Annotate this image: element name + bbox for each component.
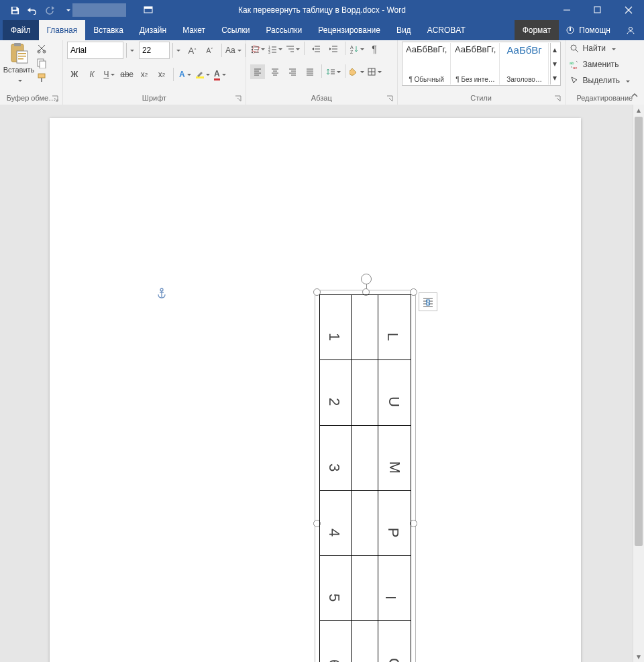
line-spacing-icon[interactable] (326, 64, 341, 79)
textbox-selection[interactable]: 1L 2U 3M 4P 5I 6C 7S (317, 292, 413, 662)
select-button[interactable]: Выделить (570, 74, 630, 87)
strikethrough-icon[interactable]: abc (119, 67, 134, 82)
vertical-scrollbar[interactable]: ▴ ▾ (633, 105, 644, 662)
styles-gallery[interactable]: АаБбВвГг, ¶ Обычный АаБбВвГг, ¶ Без инте… (402, 42, 561, 86)
bullets-icon[interactable] (250, 42, 265, 56)
paste-button[interactable]: Вставить (4, 42, 34, 85)
share-button[interactable] (617, 20, 644, 40)
tab-file[interactable]: Файл (3, 20, 39, 40)
svg-rect-3 (144, 7, 152, 9)
bold-icon[interactable]: Ж (67, 67, 82, 82)
superscript-icon[interactable]: x2 (154, 67, 169, 82)
undo-icon[interactable] (27, 5, 38, 15)
svg-rect-12 (18, 53, 26, 54)
increase-indent-icon[interactable] (326, 42, 341, 56)
group-clipboard-label: Буфер обме… (7, 94, 56, 102)
font-color-icon[interactable]: A (213, 67, 227, 82)
font-name-input[interactable] (67, 42, 123, 59)
gallery-scroll[interactable]: ▴ ▾ ▾ (550, 43, 559, 85)
dialog-launcher-icon[interactable] (386, 95, 394, 103)
redo-icon[interactable] (44, 5, 55, 15)
highlight-icon[interactable] (195, 67, 210, 82)
svg-text:A: A (350, 45, 354, 50)
save-icon[interactable] (9, 5, 20, 15)
svg-text:ab: ab (570, 61, 574, 65)
maximize-button[interactable] (582, 0, 613, 20)
justify-icon[interactable] (303, 64, 317, 79)
chevron-up-icon[interactable]: ▴ (550, 43, 559, 57)
shrink-font-icon[interactable]: A˅ (203, 43, 217, 58)
paste-label: Вставить (3, 66, 35, 74)
tab-insert[interactable]: Вставка (85, 20, 131, 40)
change-case-icon[interactable]: Aa (226, 43, 241, 58)
svg-text:Z: Z (350, 50, 354, 54)
qat-more-icon[interactable] (62, 5, 72, 15)
style-sample: АаБбВг (506, 44, 541, 56)
style-heading1[interactable]: АаБбВг Заголово… (501, 43, 549, 85)
dialog-launcher-icon[interactable] (554, 95, 562, 103)
show-marks-icon[interactable]: ¶ (367, 42, 382, 56)
cut-icon[interactable] (36, 43, 47, 54)
tab-view[interactable]: Вид (388, 20, 419, 40)
style-no-spacing[interactable]: АаБбВвГг, ¶ Без инте… (452, 43, 500, 85)
svg-rect-19 (38, 74, 45, 78)
find-button[interactable]: Найти (570, 42, 630, 55)
scroll-down-icon[interactable]: ▾ (633, 651, 644, 662)
account-box[interactable] (72, 3, 126, 17)
tell-me[interactable]: Помощн (559, 20, 617, 40)
numbering-icon[interactable]: 123 (268, 42, 282, 56)
scroll-up-icon[interactable]: ▴ (633, 105, 644, 115)
italic-icon[interactable]: К (85, 67, 99, 82)
multilevel-list-icon[interactable] (285, 42, 300, 56)
group-styles: АаБбВвГг, ¶ Обычный АаБбВвГг, ¶ Без инте… (398, 40, 566, 105)
shading-icon[interactable] (350, 64, 364, 79)
tab-acrobat[interactable]: ACROBAT (419, 20, 474, 40)
chevron-down-icon[interactable] (172, 43, 182, 58)
page[interactable]: 1L 2U 3M 4P 5I 6C 7S (50, 118, 581, 662)
format-painter-icon[interactable] (36, 72, 47, 83)
table-cell: 3 (325, 463, 343, 472)
sort-icon[interactable]: AZ (350, 42, 364, 56)
dialog-launcher-icon[interactable] (52, 95, 60, 103)
tab-home[interactable]: Главная (39, 20, 86, 40)
chevron-down-icon (624, 76, 630, 85)
align-center-icon[interactable] (268, 64, 282, 79)
ribbon-display-options-icon[interactable] (133, 0, 164, 20)
tab-mailings[interactable]: Рассылки (258, 20, 310, 40)
replace-button[interactable]: abac Заменить (570, 58, 630, 71)
dialog-launcher-icon[interactable] (235, 95, 243, 103)
borders-icon[interactable] (367, 64, 382, 79)
copy-icon[interactable] (36, 58, 47, 68)
rotate-handle[interactable] (361, 274, 372, 284)
chevron-down-icon (16, 75, 22, 85)
table-cell: 2 (325, 398, 343, 406)
tab-references[interactable]: Ссылки (213, 20, 258, 40)
underline-icon[interactable]: Ч (102, 67, 117, 82)
chevron-down-icon[interactable]: ▾ (550, 57, 559, 71)
table-cell: I (382, 596, 399, 600)
svg-text:ac: ac (573, 66, 577, 69)
grow-font-icon[interactable]: A˄ (185, 43, 200, 58)
close-button[interactable] (613, 0, 644, 20)
gallery-more-icon[interactable]: ▾ (550, 70, 559, 85)
table-cell: 5 (325, 594, 343, 602)
select-label: Выделить (583, 76, 620, 85)
decrease-indent-icon[interactable] (309, 42, 323, 56)
align-right-icon[interactable] (285, 64, 300, 79)
collapse-ribbon-icon[interactable] (628, 89, 641, 102)
style-normal[interactable]: АаБбВвГг, ¶ Обычный (403, 43, 451, 85)
tab-layout[interactable]: Макет (174, 20, 213, 40)
rotated-table[interactable]: 1L 2U 3M 4P 5I 6C 7S (319, 294, 411, 662)
table-cell: 1 (325, 333, 343, 341)
font-size-input[interactable] (139, 42, 170, 59)
tab-review[interactable]: Рецензирование (310, 20, 388, 40)
layout-options-button[interactable] (419, 292, 437, 311)
minimize-button[interactable] (551, 0, 582, 20)
subscript-icon[interactable]: x2 (137, 67, 152, 82)
text-effects-icon[interactable]: A (178, 67, 193, 82)
scroll-thumb[interactable] (635, 117, 643, 546)
tab-format[interactable]: Формат (515, 20, 559, 40)
chevron-down-icon[interactable] (126, 43, 136, 58)
tab-design[interactable]: Дизайн (131, 20, 174, 40)
align-left-icon[interactable] (250, 64, 265, 79)
